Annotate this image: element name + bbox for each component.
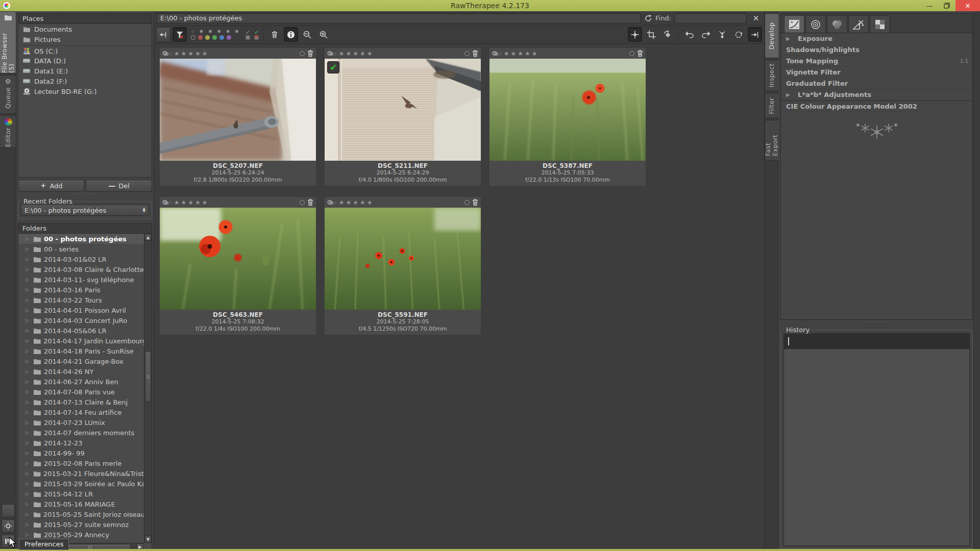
unranked-filter-icon[interactable]: ☆ [191, 29, 196, 34]
color-label-icon[interactable] [464, 200, 470, 205]
photo-preview[interactable]: ✔ [160, 59, 316, 161]
folder-tree-item[interactable]: ▷ 2014-04-01 Poisson Avril [18, 305, 144, 315]
tool-section[interactable]: ▶ Vignette Filter [781, 67, 972, 78]
color-label-icon[interactable] [629, 51, 634, 56]
expander-icon[interactable]: ▷ [26, 502, 31, 507]
expander-icon[interactable]: ▷ [26, 440, 31, 445]
expander-icon[interactable]: ▷ [26, 308, 31, 313]
add-place-button[interactable]: ＋Add [18, 180, 84, 192]
tool-section[interactable]: ▶ Exposure [781, 33, 972, 44]
del-place-button[interactable]: —Del [86, 180, 152, 192]
folder-tree-item[interactable]: ▷ 00 - series [18, 244, 144, 254]
trash-filter-button[interactable] [267, 27, 282, 42]
blue-label-icon[interactable] [219, 35, 224, 40]
color-label-icon[interactable] [300, 200, 305, 205]
refresh-icon[interactable] [644, 14, 652, 22]
no-label-filter-icon[interactable] [191, 35, 195, 40]
tab-queue[interactable]: ⚙ Queue [0, 75, 16, 114]
unrank-star-icon[interactable]: ☆ [168, 200, 173, 206]
unedited-check-icon[interactable]: ✓ [246, 30, 250, 35]
thumbnail-cell[interactable]: ⚙⚙ ☆★★★★★ ✔ DSC_5207.NEF 2014-5-25 6:24:… [160, 48, 316, 186]
folder-tree-item[interactable]: ▷ 2014-04-03 Concert JuRo [18, 315, 144, 325]
rating-filter[interactable]: ☆ ★ ★ ★ ★ ★ [189, 29, 242, 41]
fullscreen-button[interactable] [2, 519, 15, 533]
scroll-down-icon[interactable]: ▼ [144, 536, 152, 543]
folder-tree-item[interactable]: ▷ 2015-03-21 Fleure&Nina&Trista [18, 468, 144, 479]
folder-tree-item[interactable]: ▷ 2014-07-08 Paris vue [18, 387, 144, 397]
expander-icon[interactable]: ▷ [26, 430, 31, 435]
color-tab-icon[interactable] [827, 15, 847, 33]
folder-tree-item[interactable]: ▷ 2014-07-14 Feu artifice [18, 407, 144, 417]
sidebar-splitter[interactable]: ············· [18, 192, 152, 196]
tool-section[interactable]: ▶ CIE Colour Appearance Model 2002 [781, 101, 972, 112]
expander-icon[interactable]: ▷ [26, 369, 31, 374]
expander-icon[interactable]: ▷ [26, 246, 31, 252]
expander-icon[interactable]: ▷ [26, 359, 31, 364]
scroll-up-icon[interactable]: ▲ [144, 234, 152, 241]
unrank-star-icon[interactable]: ☆ [498, 51, 502, 57]
tool-section[interactable]: ▶ Shadows/highlights [781, 44, 972, 56]
rating-stars-icon[interactable]: ★★★★★ [339, 50, 374, 57]
unrank-star-icon[interactable]: ☆ [333, 200, 337, 206]
star-filter-icons[interactable]: ★ ★ ★ ★ ★ [199, 28, 240, 35]
raw-tab-icon[interactable] [870, 15, 890, 33]
edited-check-icon[interactable]: ✓ [254, 30, 259, 35]
photo-preview[interactable]: ✔ [325, 59, 481, 161]
profile-gears-icon[interactable]: ⚙⚙ [162, 198, 166, 206]
place-item[interactable]: Lecteur BD-RE (G:) [18, 86, 152, 96]
profile-gears-icon[interactable]: ⚙⚙ [327, 49, 331, 57]
folder-tree-item[interactable]: ▷ 2015-05-27 suite semnoz [18, 519, 144, 530]
expander-icon[interactable]: ▷ [26, 236, 31, 241]
profile-gears-icon[interactable]: ⚙⚙ [162, 49, 166, 57]
folder-tree-item[interactable]: ▷ 2014-03-01&02 LR [18, 254, 144, 264]
folders-vscrollbar[interactable]: ▲ ▼ [144, 234, 152, 543]
paste-profile-button[interactable] [731, 27, 746, 42]
saved-icon[interactable] [246, 35, 250, 40]
folder-tree-item[interactable]: ▷ 2014-03-22 Tours [18, 295, 144, 305]
folder-tree-item[interactable]: ▷ 2014-04-21 Garage-Box [18, 356, 144, 366]
thumbnail-cell[interactable]: ⚙⚙ ☆★★★★★ ✔ DSC_5211.NEF 2014-5-25 6:24:… [325, 48, 481, 186]
expander-icon[interactable]: ▷ [26, 450, 31, 456]
expander-icon[interactable]: ▷ [26, 522, 31, 527]
expander-icon[interactable]: ▷ [26, 399, 31, 405]
photo-preview[interactable]: ✔ [160, 208, 316, 310]
place-item[interactable]: DATA (D:) [18, 56, 152, 66]
zoom-out-button[interactable] [300, 27, 314, 42]
tab-filter[interactable]: Filter [765, 93, 778, 118]
rating-stars-icon[interactable]: ★★★★★ [174, 199, 209, 206]
expander-icon[interactable]: ▷ [26, 287, 31, 292]
thumbnail-pan-toggle[interactable] [628, 27, 642, 42]
folder-tree-item[interactable]: ▷ 2015-04-12 LR [18, 489, 144, 499]
expander-icon[interactable]: ▷ [26, 328, 31, 333]
rating-stars-icon[interactable]: ★★★★★ [174, 50, 209, 57]
tab-inspect[interactable]: Inspect [765, 60, 778, 91]
folder-tree-item[interactable]: ▷ 2015-03-29 Soirée ac Paulo Ka [18, 479, 144, 489]
info-toggle-button[interactable] [284, 27, 298, 42]
exposure-tab-icon[interactable]: +− [784, 15, 804, 33]
folder-tree-item[interactable]: ▷ 2014-07 derniers moments [18, 428, 144, 438]
expander-icon[interactable]: ▷ [26, 379, 31, 384]
purple-label-icon[interactable] [227, 35, 231, 40]
path-entry[interactable]: E:\00 - photos protégées [156, 13, 641, 23]
redo-icon[interactable] [699, 27, 713, 42]
tab-editor[interactable]: Editor [0, 115, 16, 148]
tool-section[interactable]: ▶ Graduated Filter [781, 78, 972, 89]
thumb-trash-icon[interactable] [636, 49, 644, 57]
orientation-button[interactable] [660, 27, 675, 42]
rating-stars-icon[interactable]: ★★★★★ [504, 50, 539, 57]
place-item[interactable]: Data1 (E:) [18, 66, 152, 76]
thumbnail-cell[interactable]: ⚙⚙ ☆★★★★★ ✔ DSC_5463.NEF 2014-5-25 7:08:… [160, 197, 316, 335]
expander-icon[interactable]: ▶ [786, 36, 793, 41]
expander-icon[interactable]: ▷ [26, 420, 31, 425]
edited-filter[interactable]: ✓ [244, 30, 251, 40]
yellow-label-icon[interactable] [205, 35, 210, 40]
green-label-icon[interactable] [212, 35, 217, 40]
expander-icon[interactable]: ▷ [26, 318, 31, 323]
folder-tree-item[interactable]: ▷ 2014-04-26 NY [18, 366, 144, 377]
thumbnail-cell[interactable]: ⚙⚙ ☆★★★★★ ✔ DSC_5591.NEF 2014-5-25 7:28:… [325, 197, 481, 335]
restore-button[interactable] [938, 0, 955, 11]
color-label-icon[interactable] [300, 51, 305, 56]
tab-fast-export[interactable]: Fast Export [765, 120, 778, 161]
folder-tree-item[interactable]: ▷ 2015-02-08 Paris merle [18, 458, 144, 468]
vscroll-thumb[interactable] [145, 351, 151, 402]
